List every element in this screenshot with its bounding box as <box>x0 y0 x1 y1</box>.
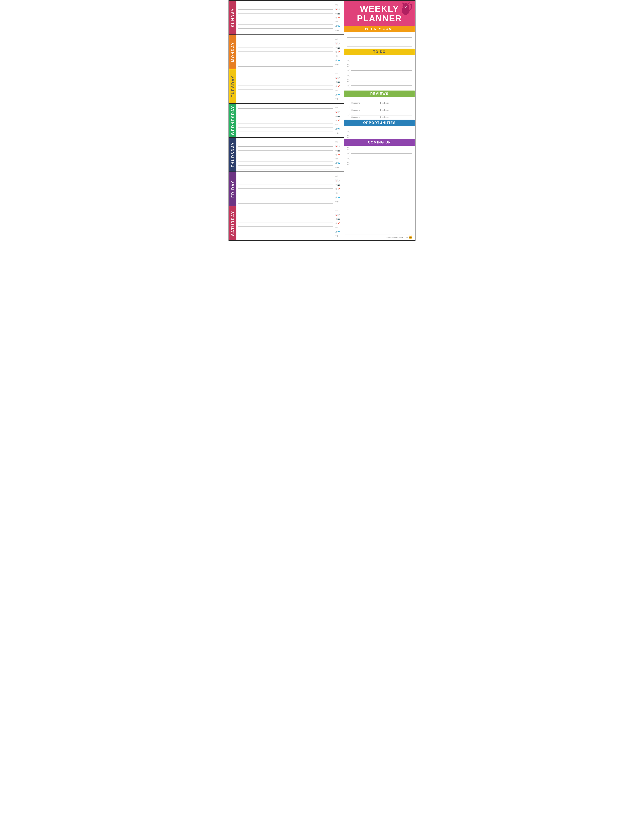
day-line <box>238 14 333 17</box>
icon-row: ⚙t <box>335 55 338 58</box>
opp-circle <box>347 132 349 134</box>
coming-up-list <box>344 146 415 234</box>
link-icon: 🔗 <box>335 196 338 198</box>
icon-row: ⚙t <box>335 123 338 126</box>
day-icons-saturday: ✉f 📊g+ ♻📷 🗑📌 ⚙t 🔗🐦 ✏▶ <box>335 206 344 240</box>
day-line <box>238 189 333 192</box>
opportunity-item <box>344 127 415 131</box>
due-date-label: Due Date: <box>380 116 389 118</box>
icon-row: 🔗🐦 <box>335 196 340 199</box>
day-lines-tuesday <box>237 69 335 103</box>
todo-circle <box>347 57 349 60</box>
todo-line <box>351 64 412 67</box>
day-line <box>238 117 333 120</box>
day-label-saturday: SATURDAY <box>229 206 237 240</box>
settings-icon: ⚙ <box>335 226 337 228</box>
twitter-icon: 🐦 <box>338 162 340 164</box>
review-top <box>347 106 412 108</box>
weekly-goal-header: WEEKLY GOAL <box>344 26 415 32</box>
day-line <box>238 75 333 78</box>
todo-circle <box>347 68 349 71</box>
icon-row: ♻📷 <box>335 217 340 220</box>
coming-up-circle <box>347 158 349 161</box>
email-icon: ✉ <box>335 141 337 143</box>
day-block-friday: FRIDAY ✉f 📊g+ ♻📷 🗑📌 ⚙t 🔗🐦 ✏▶ <box>229 172 344 206</box>
footer-url: www.blackcatnails.com <box>386 236 408 239</box>
trash-icon: 🗑 <box>335 154 337 156</box>
icon-row: ✏▶ <box>335 235 339 237</box>
edit-icon: ✏ <box>335 166 337 168</box>
icon-row: ✏▶ <box>335 98 339 100</box>
tumblr-icon: t <box>337 124 338 125</box>
todo-item <box>344 64 415 67</box>
email-icon: ✉ <box>335 38 337 40</box>
day-line <box>238 98 333 101</box>
opp-line <box>351 131 412 134</box>
icon-row: ⚙t <box>335 89 338 92</box>
day-label-friday: FRIDAY <box>229 172 237 206</box>
review-line <box>351 98 412 101</box>
icon-row: 🗑📌 <box>335 222 340 225</box>
twitter-icon: 🐦 <box>338 94 340 96</box>
twitter-icon: 🐦 <box>338 60 340 61</box>
day-line <box>238 129 333 132</box>
day-line <box>238 18 333 21</box>
tumblr-icon: t <box>337 21 338 23</box>
todo-item <box>344 67 415 71</box>
todo-line <box>351 71 412 74</box>
review-meta: Company: Due Date: <box>347 102 412 104</box>
recycle-icon: ♻ <box>335 47 337 49</box>
camera-icon: 📷 <box>337 184 340 186</box>
pinterest-icon: 📌 <box>338 51 340 53</box>
link-icon: 🔗 <box>335 162 338 164</box>
youtube-icon: ▶ <box>337 98 339 100</box>
day-label-sunday: SUNDAY <box>229 1 237 34</box>
goal-line <box>347 39 412 42</box>
svg-marker-2 <box>402 2 404 4</box>
company-label: Company: <box>351 109 360 111</box>
cat-icon <box>398 2 413 17</box>
todo-line <box>351 79 412 82</box>
tumblr-icon: t <box>337 158 338 160</box>
icon-row: ✉f <box>335 72 338 75</box>
email-icon: ✉ <box>335 209 337 212</box>
todo-item <box>344 79 415 82</box>
chart-icon: 📊 <box>335 214 338 216</box>
gplus-icon: g+ <box>338 214 340 216</box>
icon-row: 🔗🐦 <box>335 162 340 164</box>
todo-line <box>351 56 412 60</box>
todo-line <box>351 86 412 89</box>
coming-up-header: COMING UP <box>344 139 415 146</box>
todo-item <box>344 82 415 86</box>
icon-row: ♻📷 <box>335 149 340 152</box>
due-date-label: Due Date: <box>380 102 389 104</box>
day-lines-sunday <box>237 1 335 34</box>
day-line <box>238 41 333 44</box>
icon-row: ♻📷 <box>335 12 340 15</box>
gplus-icon: g+ <box>338 77 340 79</box>
edit-icon: ✏ <box>335 132 337 134</box>
icon-row: ♻📷 <box>335 46 340 49</box>
day-line <box>238 193 333 196</box>
company-field <box>361 116 379 118</box>
tumblr-icon: t <box>337 192 338 194</box>
recycle-icon: ♻ <box>335 150 337 151</box>
reviews-header: REVIEWS <box>344 90 415 97</box>
coming-up-line <box>351 151 412 154</box>
icon-row: 🔗🐦 <box>335 230 340 233</box>
edit-icon: ✏ <box>335 98 337 100</box>
day-line <box>238 163 333 166</box>
weekly-goal-lines <box>344 32 415 48</box>
day-line <box>238 167 333 169</box>
camera-icon: 📷 <box>337 115 340 117</box>
todo-item <box>344 71 415 75</box>
day-line <box>238 121 333 124</box>
day-line <box>238 174 333 177</box>
opp-circle <box>347 135 349 138</box>
day-label-monday: MONDAY <box>229 35 237 69</box>
icon-row: ✉f <box>335 141 338 143</box>
review-line <box>351 113 412 116</box>
chart-icon: 📊 <box>335 111 338 113</box>
review-meta: Company: Due Date: <box>347 116 412 118</box>
icon-row: ✏▶ <box>335 29 339 32</box>
